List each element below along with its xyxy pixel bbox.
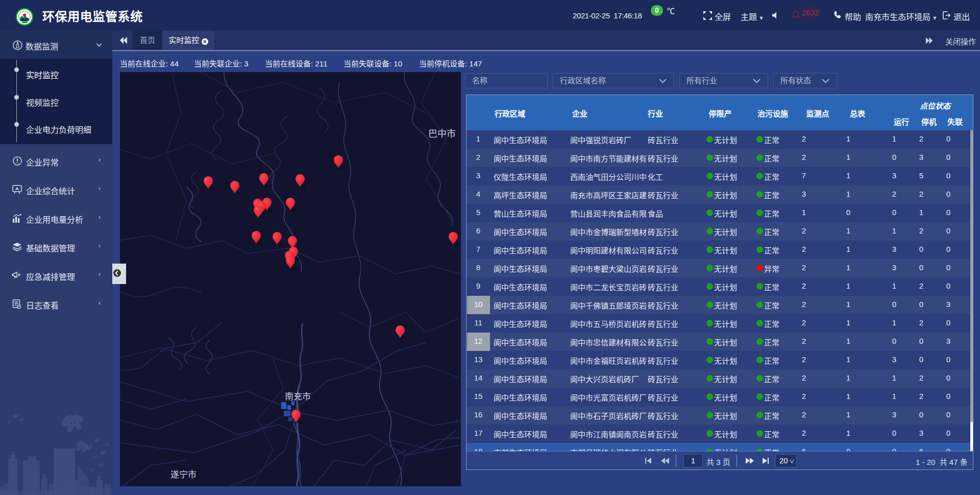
svg-text:南充市: 南充市 — [285, 392, 311, 402]
svg-text:遂宁市: 遂宁市 — [170, 470, 197, 480]
svg-text:巴中市: 巴中市 — [428, 129, 456, 139]
